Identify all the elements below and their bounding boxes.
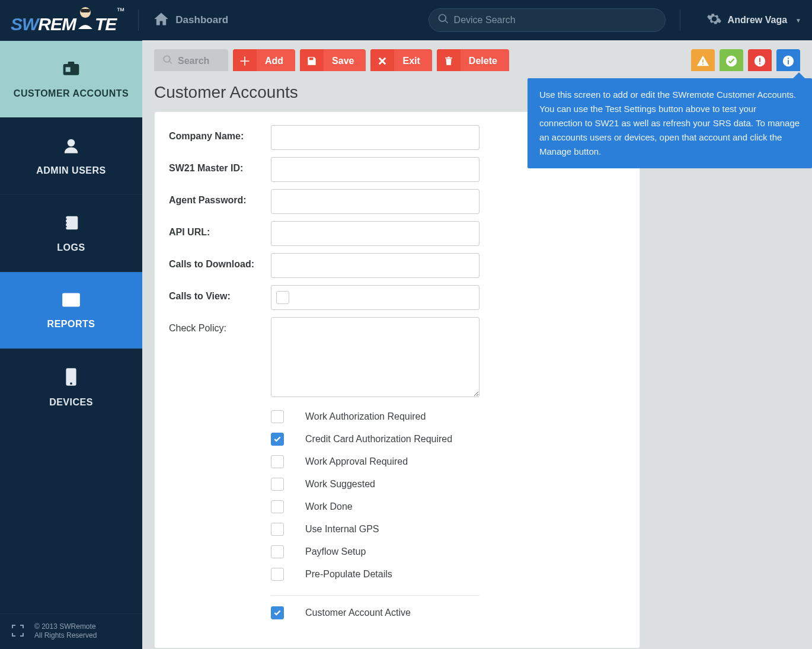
info-circle-icon	[782, 55, 795, 68]
toolbar-search[interactable]	[154, 49, 228, 73]
option-label: Work Authorization Required	[305, 411, 426, 422]
device-icon	[64, 367, 78, 389]
option-row-6: Payflow Setup	[271, 541, 625, 563]
button-label: Delete	[469, 56, 497, 66]
option-label: Work Done	[305, 501, 353, 512]
field-label: Company Name:	[169, 125, 271, 142]
option-row-0: Work Authorization Required	[271, 405, 625, 428]
fullscreen-icon[interactable]	[11, 624, 25, 640]
option-row-2: Work Approval Required	[271, 450, 625, 473]
svg-rect-19	[759, 63, 760, 65]
save-icon	[300, 49, 324, 73]
option-label: Work Approval Required	[305, 456, 408, 467]
calls-view-wrap	[271, 285, 479, 310]
calls-download-input[interactable]	[271, 253, 479, 278]
svg-rect-8	[65, 222, 67, 223]
header-divider	[138, 9, 139, 31]
toolbar-search-input[interactable]	[178, 56, 220, 66]
status-warning-button[interactable]	[691, 49, 715, 73]
field-agent-password: Agent Password:	[169, 189, 625, 214]
option-checkbox[interactable]	[271, 568, 284, 581]
home-icon	[153, 11, 170, 30]
svg-rect-7	[65, 218, 67, 220]
header-divider-2	[680, 9, 680, 31]
app-logo[interactable]: SWREM TE™	[11, 4, 124, 37]
device-search-input[interactable]	[454, 15, 657, 25]
gear-icon	[706, 11, 722, 29]
sidebar-item-label: DEVICES	[49, 397, 93, 408]
option-divider	[271, 595, 479, 596]
option-label: Payflow Setup	[305, 546, 366, 557]
logo-mascot-icon	[75, 6, 96, 30]
field-label: Agent Password:	[169, 189, 271, 206]
sidebar-item-devices[interactable]: DEVICES	[0, 349, 142, 426]
svg-rect-6	[66, 216, 78, 229]
option-row-1: Credit Card Authorization Required	[271, 428, 625, 450]
field-calls-view: Calls to View:	[169, 285, 625, 310]
calls-view-checkbox[interactable]	[276, 291, 289, 304]
add-button[interactable]: Add	[233, 49, 295, 73]
option-label: Use Internal GPS	[305, 524, 379, 535]
sidebar: CUSTOMER ACCOUNTS ADMIN USERS LOGS REPOR…	[0, 40, 142, 649]
sidebar-item-logs[interactable]: LOGS	[0, 194, 142, 271]
logs-icon	[62, 214, 80, 234]
option-checkbox[interactable]	[271, 523, 284, 536]
sidebar-footer: © 2013 SWRemote All Rights Reserved	[0, 613, 142, 649]
svg-point-15	[70, 382, 72, 385]
option-checkbox[interactable]	[271, 433, 284, 446]
status-ok-button[interactable]	[720, 49, 743, 73]
info-popover: Use this screen to add or edit the SWrem…	[528, 78, 812, 168]
option-checkbox[interactable]	[271, 478, 284, 491]
footer-copyright: © 2013 SWRemote	[34, 622, 97, 632]
logo-suffix: TE	[95, 14, 116, 34]
sidebar-item-reports[interactable]: REPORTS	[0, 271, 142, 349]
check-policy-input[interactable]	[271, 317, 479, 397]
option-checkbox[interactable]	[271, 410, 284, 423]
trash-icon	[437, 49, 461, 73]
option-checkbox[interactable]	[271, 606, 284, 619]
reports-icon	[62, 292, 81, 311]
agent-password-input[interactable]	[271, 189, 479, 214]
check-circle-icon	[725, 55, 738, 68]
option-checkbox[interactable]	[271, 545, 284, 558]
svg-rect-4	[68, 62, 75, 65]
svg-point-5	[68, 139, 75, 146]
sidebar-item-customer-accounts[interactable]: CUSTOMER ACCOUNTS	[0, 40, 142, 117]
svg-rect-1	[81, 9, 90, 12]
option-row-5: Use Internal GPS	[271, 518, 625, 541]
field-label: Calls to View:	[169, 285, 271, 302]
option-checkbox[interactable]	[271, 455, 284, 468]
master-id-input[interactable]	[271, 157, 479, 182]
svg-rect-2	[63, 64, 79, 75]
company-name-input[interactable]	[271, 125, 479, 150]
toolbar: Add Save Exit Delete	[142, 40, 812, 71]
api-url-input[interactable]	[271, 221, 479, 246]
option-row-4: Work Done	[271, 495, 625, 518]
device-search[interactable]	[429, 8, 666, 32]
breadcrumb-text: Dashboard	[175, 14, 228, 26]
save-button[interactable]: Save	[300, 49, 366, 73]
user-name: Andrew Vaga	[728, 15, 787, 25]
option-checkbox[interactable]	[271, 500, 284, 513]
button-label: Save	[332, 56, 354, 66]
user-menu[interactable]: Andrew Vaga ▼	[706, 11, 801, 29]
option-label: Work Suggested	[305, 479, 375, 490]
id-card-icon	[62, 60, 81, 80]
field-label: Check Policy:	[169, 317, 271, 334]
breadcrumb[interactable]: Dashboard	[153, 11, 228, 30]
svg-rect-18	[759, 58, 760, 62]
status-info-button[interactable]	[776, 49, 800, 73]
plus-icon	[233, 49, 257, 73]
field-calls-download: Calls to Download:	[169, 253, 625, 278]
delete-button[interactable]: Delete	[437, 49, 509, 73]
status-error-button[interactable]	[748, 49, 772, 73]
sidebar-item-label: REPORTS	[47, 319, 95, 330]
option-row-3: Work Suggested	[271, 473, 625, 495]
field-label: API URL:	[169, 221, 271, 238]
app-header: SWREM TE™ Dashboard Andrew Vaga ▼	[0, 0, 812, 40]
button-label: Exit	[402, 56, 420, 66]
exit-button[interactable]: Exit	[370, 49, 431, 73]
sidebar-item-admin-users[interactable]: ADMIN USERS	[0, 117, 142, 194]
logo-mid: REM	[38, 14, 76, 34]
field-api-url: API URL:	[169, 221, 625, 246]
